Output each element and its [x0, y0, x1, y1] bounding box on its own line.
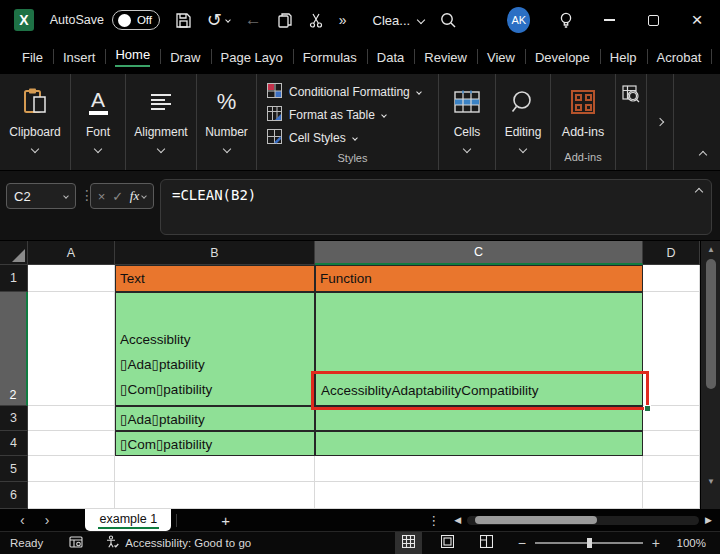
analyze-data-button[interactable]	[616, 74, 646, 170]
cell-a5[interactable]	[28, 456, 115, 482]
tab-home[interactable]: Home	[105, 40, 160, 74]
cell-a3[interactable]	[28, 406, 115, 431]
cell-b5[interactable]	[115, 456, 315, 482]
hscroll-left-button[interactable]: ◀	[454, 515, 461, 525]
ideas-button[interactable]	[558, 11, 574, 29]
tab-page-layout[interactable]: Page Layo	[211, 40, 293, 74]
cell-styles-button[interactable]: Cell Styles	[267, 126, 438, 149]
row-header-5[interactable]: 5	[0, 456, 28, 482]
cell-a6[interactable]	[28, 482, 115, 509]
zoom-level[interactable]: 100%	[672, 537, 706, 549]
row-header-6[interactable]: 6	[0, 482, 28, 509]
select-all-button[interactable]	[0, 241, 28, 265]
col-header-d[interactable]: D	[643, 241, 700, 265]
new-sheet-button[interactable]: +	[221, 512, 230, 529]
zoom-slider-thumb[interactable]	[587, 538, 592, 548]
scroll-down-button[interactable]: ▼	[701, 477, 720, 486]
conditional-formatting-button[interactable]: Conditional Formatting	[267, 80, 438, 103]
horizontal-scrollbar[interactable]	[467, 516, 699, 525]
tab-view[interactable]: View	[477, 40, 525, 74]
zoom-in-button[interactable]: +	[652, 535, 660, 551]
search-button[interactable]	[439, 11, 457, 29]
horizontal-scroll-thumb[interactable]	[475, 516, 597, 524]
col-header-b[interactable]: B	[115, 241, 315, 265]
tab-developer[interactable]: Develope	[525, 40, 600, 74]
previous-sheet-button[interactable]: ‹	[20, 513, 25, 527]
cell-c6[interactable]	[315, 482, 643, 509]
redo-button-disabled[interactable]: ←	[245, 10, 262, 30]
fill-handle[interactable]	[644, 405, 651, 412]
row-header-4[interactable]: 4	[0, 431, 28, 456]
font-group-button[interactable]: A Font	[71, 74, 126, 170]
number-group-button[interactable]: % Number	[197, 74, 257, 170]
cell-c1[interactable]: Function	[315, 265, 643, 292]
autosave-toggle[interactable]: Off	[112, 10, 160, 30]
cell-d6[interactable]	[643, 482, 700, 509]
save-button[interactable]	[175, 12, 192, 29]
row-header-1[interactable]: 1	[0, 265, 28, 292]
zoom-out-button[interactable]: −	[518, 535, 526, 551]
tab-data[interactable]: Data	[367, 40, 414, 74]
cut-button[interactable]	[308, 12, 324, 29]
name-box[interactable]: C2	[6, 183, 76, 209]
hscroll-right-button[interactable]: ▶	[705, 515, 712, 525]
vertical-scroll-thumb[interactable]	[706, 259, 716, 389]
cell-d3[interactable]	[643, 406, 700, 431]
ribbon-overflow-button[interactable]	[646, 74, 674, 170]
add-ins-button[interactable]	[571, 82, 595, 122]
tab-insert[interactable]: Insert	[53, 40, 106, 74]
collapse-ribbon-button[interactable]	[700, 144, 706, 162]
cell-b1[interactable]: Text	[115, 265, 315, 292]
add-ins-button-label[interactable]: Add-ins	[562, 125, 604, 139]
clipboard-group-button[interactable]: Clipboard	[0, 74, 71, 170]
tab-review[interactable]: Review	[414, 40, 477, 74]
tab-acrobat[interactable]: Acrobat	[647, 40, 712, 74]
copy-button[interactable]	[277, 12, 293, 29]
cells-group-button[interactable]: Cells	[439, 74, 496, 170]
cell-c2-active[interactable]: AccessiblityAdaptabilityCompatibility	[315, 292, 643, 406]
tab-draw[interactable]: Draw	[160, 40, 210, 74]
cell-b6[interactable]	[115, 482, 315, 509]
col-header-c[interactable]: C	[315, 241, 643, 265]
cell-d5[interactable]	[643, 456, 700, 482]
tab-help[interactable]: Help	[600, 40, 647, 74]
cell-a4[interactable]	[28, 431, 115, 456]
view-normal-button[interactable]	[395, 532, 422, 554]
insert-function-button[interactable]: fx	[130, 188, 146, 204]
sheet-options-button[interactable]: ⋮	[427, 513, 440, 528]
cell-a2[interactable]	[28, 292, 115, 406]
maximize-button[interactable]	[644, 10, 662, 30]
document-title[interactable]: Clea...	[373, 13, 425, 28]
col-header-a[interactable]: A	[28, 241, 115, 265]
cell-a1[interactable]	[28, 265, 115, 292]
cell-c4[interactable]	[315, 431, 643, 456]
row-header-3[interactable]: 3	[0, 406, 28, 431]
view-page-layout-button[interactable]	[434, 532, 461, 554]
sheet-tab-example-1[interactable]: example 1	[85, 509, 171, 531]
vertical-scrollbar[interactable]: ▲ ▼	[700, 241, 720, 509]
alignment-group-button[interactable]: Alignment	[126, 74, 197, 170]
cell-d4[interactable]	[643, 431, 700, 456]
cell-b2[interactable]: Accessiblity ▯Ada▯ptability ▯Com▯patibil…	[115, 292, 315, 406]
format-as-table-button[interactable]: Format as Table	[267, 103, 438, 126]
editing-group-button[interactable]: Editing	[496, 74, 551, 170]
view-page-break-button[interactable]	[473, 532, 500, 554]
tab-file[interactable]: File	[12, 40, 53, 74]
macro-record-button[interactable]	[69, 536, 83, 550]
cancel-button[interactable]: ×	[98, 189, 106, 204]
undo-button[interactable]: ↺	[207, 9, 230, 31]
accessibility-status[interactable]: Accessibility: Good to go	[105, 535, 251, 551]
cell-d1[interactable]	[643, 265, 700, 292]
cell-b3[interactable]: ▯Ada▯ptability	[115, 406, 315, 431]
cell-c5[interactable]	[315, 456, 643, 482]
formula-input[interactable]: =CLEAN(B2)	[160, 179, 712, 235]
tab-power-pivot[interactable]: Power Piv	[711, 40, 720, 74]
more-commands-button[interactable]: »	[339, 12, 347, 28]
row-header-2[interactable]: 2	[0, 292, 28, 406]
enter-button[interactable]: ✓	[112, 189, 123, 204]
cell-d2[interactable]	[643, 292, 700, 406]
zoom-slider[interactable]	[535, 542, 643, 544]
cell-c3[interactable]	[315, 406, 643, 431]
next-sheet-button[interactable]: ›	[45, 513, 50, 527]
minimize-button[interactable]	[600, 10, 618, 30]
